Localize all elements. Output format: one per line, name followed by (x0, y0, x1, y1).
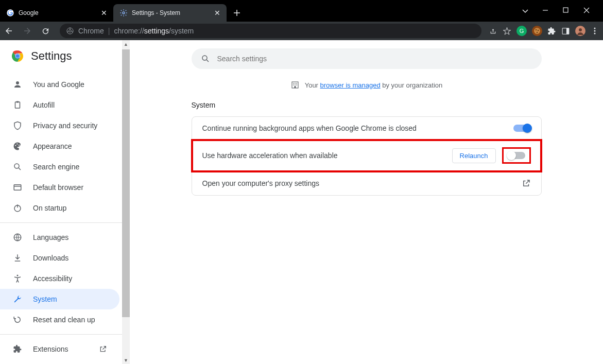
svg-point-19 (16, 55, 20, 58)
svg-point-12 (579, 28, 582, 31)
svg-point-24 (16, 143, 18, 144)
svg-rect-34 (295, 83, 296, 84)
close-window-icon[interactable] (583, 7, 594, 14)
svg-point-15 (594, 33, 596, 34)
svg-rect-21 (15, 102, 20, 108)
svg-point-25 (19, 145, 20, 146)
extensions-icon[interactable] (547, 27, 556, 36)
power-icon (12, 203, 23, 213)
open-external-icon (522, 179, 531, 188)
scroll-down-icon[interactable]: ▼ (122, 356, 130, 364)
row-hardware-acceleration: Use hardware acceleration when available… (192, 140, 541, 171)
svg-rect-10 (566, 28, 569, 33)
svg-point-8 (537, 32, 538, 33)
browser-toolbar: Chrome | chrome://settings/system G (0, 22, 603, 40)
sidebar-item-on-startup[interactable]: On startup (0, 198, 119, 218)
person-icon (12, 80, 23, 89)
minimize-icon[interactable] (542, 7, 553, 14)
url-prefix: Chrome (78, 27, 104, 35)
svg-rect-22 (16, 101, 19, 103)
google-favicon-icon (6, 9, 14, 17)
sidebar-item-downloads[interactable]: Downloads (0, 248, 119, 268)
svg-rect-37 (295, 84, 296, 85)
puzzle-icon (12, 344, 23, 354)
sidebar-item-default-browser[interactable]: Default browser (0, 177, 119, 198)
tab-label: Settings - System (132, 9, 210, 16)
svg-point-20 (16, 81, 19, 84)
svg-point-26 (14, 164, 19, 168)
sidebar-item-privacy[interactable]: Privacy and security (0, 115, 119, 136)
svg-rect-35 (296, 83, 297, 84)
clipboard-icon (12, 100, 23, 110)
settings-content: Your browser is managed by your organiza… (130, 40, 603, 364)
svg-rect-33 (293, 83, 294, 84)
profile-avatar-icon[interactable] (575, 26, 585, 36)
sidebar-item-languages[interactable]: Languages (0, 227, 119, 248)
svg-point-7 (538, 30, 539, 31)
search-settings[interactable] (192, 48, 542, 69)
svg-rect-39 (294, 86, 296, 88)
highlight-box (502, 147, 531, 164)
tab-google[interactable]: Google ✕ (0, 4, 113, 22)
bookmark-icon[interactable] (503, 27, 511, 36)
sidebar-item-reset[interactable]: Reset and clean up (0, 309, 119, 330)
gear-favicon-icon (119, 9, 128, 17)
url-text: chrome://settings/system (114, 27, 194, 35)
sidebar-item-autofill[interactable]: Autofill (0, 95, 119, 115)
sidebar-item-search-engine[interactable]: Search engine (0, 157, 119, 177)
svg-point-14 (594, 30, 596, 32)
sidebar-scrollbar[interactable]: ▲ ▼ (122, 40, 130, 364)
toggle-hardware-acceleration[interactable] (508, 152, 525, 159)
extension-grammarly-icon[interactable]: G (516, 26, 527, 36)
back-button[interactable] (4, 26, 19, 36)
system-card: Continue running background apps when Go… (192, 116, 542, 196)
sidebar-item-accessibility[interactable]: Accessibility (0, 268, 119, 289)
sidebar-item-system[interactable]: System (0, 289, 119, 309)
side-panel-icon[interactable] (561, 27, 570, 36)
restore-icon (12, 315, 23, 324)
shield-icon (12, 121, 23, 130)
toggle-background-apps[interactable] (513, 125, 531, 132)
globe-icon (12, 233, 23, 242)
search-input[interactable] (217, 55, 532, 63)
share-icon[interactable] (489, 27, 497, 36)
open-external-icon (99, 345, 107, 353)
reload-button[interactable] (41, 27, 56, 36)
tab-settings-system[interactable]: Settings - System ✕ (113, 4, 227, 22)
sidebar-item-appearance[interactable]: Appearance (0, 136, 119, 157)
managed-link[interactable]: browser is managed (320, 81, 381, 89)
svg-point-5 (534, 28, 540, 34)
divider (0, 334, 130, 335)
chrome-logo-icon (11, 50, 24, 62)
window-controls (522, 7, 603, 14)
menu-icon[interactable] (591, 27, 599, 35)
chevron-down-icon[interactable] (522, 7, 532, 14)
scrollbar-thumb[interactable] (122, 49, 130, 317)
svg-point-13 (594, 28, 596, 29)
sidebar-item-you-and-google[interactable]: You and Google (0, 74, 119, 95)
close-tab-icon[interactable]: ✕ (101, 9, 107, 17)
svg-point-30 (17, 275, 19, 276)
close-tab-icon[interactable]: ✕ (214, 9, 220, 17)
row-proxy-settings[interactable]: Open your computer's proxy settings (192, 171, 541, 195)
relaunch-button[interactable]: Relaunch (452, 148, 496, 163)
maximize-icon[interactable] (563, 7, 573, 14)
browser-icon (12, 183, 23, 192)
sidebar-item-extensions[interactable]: Extensions (0, 339, 119, 359)
forward-button[interactable] (23, 26, 37, 36)
divider (0, 222, 130, 223)
new-tab-button[interactable] (230, 6, 244, 20)
svg-rect-36 (293, 84, 294, 85)
svg-rect-38 (296, 84, 297, 85)
address-bar[interactable]: Chrome | chrome://settings/system (60, 24, 481, 38)
window-titlebar: Google ✕ Settings - System ✕ (0, 0, 603, 22)
tab-label: Google (19, 9, 97, 16)
scroll-up-icon[interactable]: ▲ (122, 40, 130, 48)
svg-point-1 (123, 12, 125, 14)
building-icon (290, 80, 300, 90)
row-background-apps: Continue running background apps when Go… (192, 117, 541, 140)
extension-cookie-icon[interactable] (532, 26, 542, 36)
chrome-icon (66, 27, 74, 35)
svg-point-23 (15, 145, 16, 146)
svg-point-31 (202, 56, 207, 60)
